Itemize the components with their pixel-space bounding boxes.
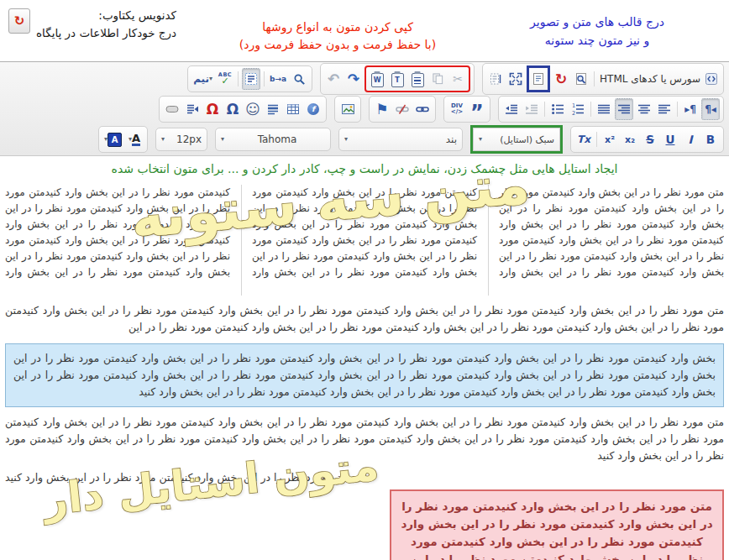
paste-from-word-button[interactable]: W <box>368 68 386 90</box>
half-space-label: نیم <box>193 74 209 84</box>
background-color-icon: A <box>108 133 122 147</box>
paste-button[interactable] <box>408 68 427 90</box>
text-color-button[interactable]: ▾ A <box>125 128 144 150</box>
table-button[interactable] <box>284 98 302 120</box>
font-family-dropdown[interactable]: ▾ Tahoma <box>215 128 331 151</box>
body-paragraph-3[interactable]: متن مورد نظر را در این بخش وارد کنیدمتن … <box>5 469 724 486</box>
toolbar-row-1: نیم ▾ ABC ✓ b→a <box>5 64 724 94</box>
smiley-button[interactable]: ☺ <box>244 98 262 120</box>
paste-annotation-frame: W T ✂ <box>364 65 470 92</box>
font-size-dropdown[interactable]: ▾ 12px <box>155 128 207 151</box>
redo-button[interactable]: ↷ <box>344 68 363 90</box>
yektaweb-codewriter-button[interactable]: ↻ <box>552 68 570 90</box>
div-container-button[interactable]: DIV </> <box>448 98 466 120</box>
bullet-list-button[interactable] <box>548 98 567 120</box>
cut-button[interactable]: ✂ <box>448 68 467 90</box>
align-left-button[interactable] <box>655 98 674 120</box>
page-break-button[interactable] <box>183 98 202 120</box>
show-blocks-button[interactable] <box>486 68 505 90</box>
image-icon <box>341 102 355 116</box>
align-center-button[interactable] <box>635 98 653 120</box>
templates-icon <box>532 72 545 86</box>
page-break-icon <box>186 102 199 116</box>
blue-highlight-box[interactable]: بخش وارد کنیدمتن مورد نظر را در این بخش … <box>5 343 724 407</box>
maximize-icon <box>509 72 522 86</box>
separator <box>596 132 597 147</box>
link-group: ⚑ <box>369 96 436 123</box>
rtl-direction-button[interactable]: ¶◂ <box>701 98 720 120</box>
select-all-button[interactable] <box>242 68 260 90</box>
cut-icon: ✂ <box>453 73 463 85</box>
codewriter-mini-button[interactable]: ↻ <box>8 8 30 34</box>
italic-button[interactable]: I <box>681 128 700 150</box>
flash-button[interactable]: f <box>304 98 323 120</box>
paragraph-format-dropdown[interactable]: ▾ بند <box>338 128 463 151</box>
copy-annotation-line2: (با حفظ فرمت و بدون حفظ فرمت ورد) <box>199 36 476 54</box>
indent-increase-button[interactable] <box>522 98 541 120</box>
select-all-icon <box>244 72 258 86</box>
half-space-button[interactable]: نیم ▾ <box>191 68 214 90</box>
horizontal-rule-button[interactable] <box>264 98 282 120</box>
link-button[interactable] <box>413 98 432 120</box>
justify-button[interactable] <box>595 98 613 120</box>
indent-increase-icon <box>525 103 538 116</box>
undo-button[interactable]: ↶ <box>324 68 343 90</box>
search-button[interactable] <box>290 68 308 90</box>
ltr-direction-button[interactable]: ▸¶ <box>681 98 700 120</box>
numbered-list-button[interactable]: 12 <box>569 98 587 120</box>
chevron-down-icon: ▾ <box>221 136 224 143</box>
justify-icon <box>597 103 611 116</box>
subscript-button[interactable]: x₂ <box>621 128 639 150</box>
templates-annotation-frame <box>527 65 550 92</box>
blockquote-button[interactable]: ” <box>468 98 486 120</box>
subscript-icon: x₂ <box>625 134 635 145</box>
background-color-button[interactable]: ▾ A <box>102 128 123 150</box>
indent-decrease-button[interactable] <box>502 98 521 120</box>
omega-red-icon: Ω <box>207 102 218 117</box>
form-button-icon <box>165 102 179 116</box>
style-annotation-frame: ▾ سبک (استایل) <box>470 125 563 154</box>
anchor-button[interactable]: ⚑ <box>373 98 391 120</box>
paste-icon <box>412 73 424 87</box>
indent-decrease-icon <box>505 103 518 116</box>
strikethrough-icon: S <box>646 133 654 146</box>
search-icon <box>293 73 306 86</box>
underline-button[interactable]: U <box>661 128 679 150</box>
source-button[interactable]: سورس یا کدهای HTML <box>598 68 720 90</box>
three-column-text[interactable]: متن مورد نظر را در این بخش وارد کنیدمتن … <box>5 185 724 296</box>
form-button-button[interactable] <box>163 98 181 120</box>
align-center-icon <box>637 103 651 116</box>
unlink-button[interactable] <box>393 98 412 120</box>
maximize-button[interactable] <box>506 68 525 90</box>
find-replace-button[interactable]: b→a <box>268 68 288 90</box>
templates-annotation-line1: درج قالب های متن و تصویر <box>470 13 724 32</box>
paste-plain-text-button[interactable]: T <box>388 68 406 90</box>
templates-button[interactable] <box>529 68 548 90</box>
separator <box>677 102 678 117</box>
copy-button[interactable] <box>428 68 447 90</box>
codewriter-annotation: کدنویس یکتاوب: درج خودکار اطلاعات در پای… <box>8 7 195 42</box>
editor-content[interactable]: متن مورد نظر را در این بخش وارد کنیدمتن … <box>0 185 729 560</box>
pink-styled-box[interactable]: متن مورد نظر را در این بخش وارد کنیدمتن … <box>390 489 724 560</box>
italic-icon: I <box>688 133 692 146</box>
editor-toolbar: نیم ▾ ABC ✓ b→a <box>0 61 729 156</box>
ltr-icon: ▸¶ <box>684 104 696 114</box>
svg-text:1: 1 <box>572 102 575 109</box>
preview-button[interactable] <box>572 68 590 90</box>
body-paragraph-1[interactable]: متن مورد نظر را در این بخش وارد کنیدمتن … <box>5 302 724 336</box>
omega-blue-icon: Ω <box>227 102 239 117</box>
special-char-button[interactable]: Ω <box>223 98 242 120</box>
body-paragraph-2[interactable]: متن مورد نظر را در این بخش وارد کنیدمتن … <box>5 414 724 464</box>
block-group: DIV </> ” <box>443 96 490 123</box>
spellcheck-button[interactable]: ABC ✓ <box>216 68 234 90</box>
paragraph-format-value: بند <box>353 133 457 145</box>
align-right-button[interactable] <box>615 98 633 120</box>
style-dropdown[interactable]: ▾ سبک (استایل) <box>473 128 560 151</box>
image-button[interactable] <box>338 98 357 120</box>
remove-format-button[interactable]: Tx <box>574 128 593 150</box>
special-char-farsi-button[interactable]: Ω <box>203 98 222 120</box>
superscript-button[interactable]: x² <box>601 128 619 150</box>
strikethrough-button[interactable]: S <box>641 128 659 150</box>
bold-button[interactable]: B <box>701 128 720 150</box>
color-group: ▾ A ▾ A <box>98 126 148 153</box>
